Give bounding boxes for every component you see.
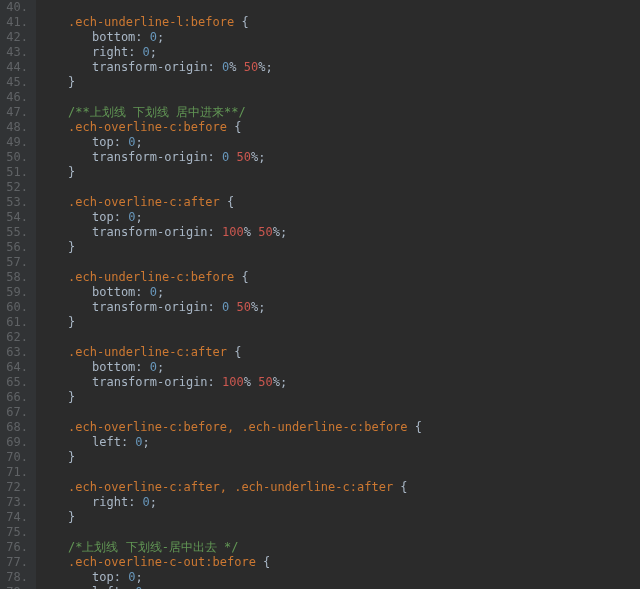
code-line[interactable]: .ech-underline-c:before { [44,270,422,285]
line-number-gutter: 40.41.42.43.44.45.46.47.48.49.50.51.52.5… [0,0,36,589]
code-line[interactable] [44,525,422,540]
code-line[interactable]: top: 0; [44,135,422,150]
code-line[interactable] [44,180,422,195]
code-line[interactable]: left: 0; [44,585,422,589]
line-number: 51. [4,165,28,180]
line-number: 44. [4,60,28,75]
line-number: 50. [4,150,28,165]
line-number: 54. [4,210,28,225]
code-line[interactable]: right: 0; [44,495,422,510]
code-line[interactable]: transform-origin: 0 50%; [44,150,422,165]
line-number: 65. [4,375,28,390]
code-line[interactable]: bottom: 0; [44,285,422,300]
code-line[interactable]: } [44,75,422,90]
line-number: 45. [4,75,28,90]
line-number: 71. [4,465,28,480]
line-number: 43. [4,45,28,60]
line-number: 74. [4,510,28,525]
line-number: 42. [4,30,28,45]
code-line[interactable]: } [44,390,422,405]
line-number: 61. [4,315,28,330]
line-number: 72. [4,480,28,495]
line-number: 69. [4,435,28,450]
code-line[interactable]: /**上划线 下划线 居中进来**/ [44,105,422,120]
code-line[interactable]: } [44,240,422,255]
line-number: 79. [4,585,28,589]
line-number: 40. [4,0,28,15]
code-line[interactable] [44,465,422,480]
line-number: 53. [4,195,28,210]
line-number: 49. [4,135,28,150]
code-line[interactable] [44,405,422,420]
line-number: 48. [4,120,28,135]
code-line[interactable]: transform-origin: 0 50%; [44,300,422,315]
code-content[interactable]: .ech-underline-l:before {bottom: 0;right… [36,0,422,589]
code-line[interactable]: bottom: 0; [44,360,422,375]
code-line[interactable]: .ech-overline-c:after { [44,195,422,210]
code-line[interactable] [44,0,422,15]
line-number: 64. [4,360,28,375]
line-number: 77. [4,555,28,570]
code-line[interactable]: .ech-underline-c:after { [44,345,422,360]
code-line[interactable]: left: 0; [44,435,422,450]
line-number: 68. [4,420,28,435]
line-number: 63. [4,345,28,360]
code-line[interactable]: top: 0; [44,210,422,225]
code-line[interactable]: /*上划线 下划线-居中出去 */ [44,540,422,555]
line-number: 60. [4,300,28,315]
line-number: 76. [4,540,28,555]
code-line[interactable]: .ech-underline-l:before { [44,15,422,30]
code-line[interactable] [44,255,422,270]
code-line[interactable]: } [44,450,422,465]
line-number: 41. [4,15,28,30]
code-line[interactable]: .ech-overline-c:after, .ech-underline-c:… [44,480,422,495]
line-number: 67. [4,405,28,420]
line-number: 66. [4,390,28,405]
code-editor: 40.41.42.43.44.45.46.47.48.49.50.51.52.5… [0,0,640,589]
line-number: 58. [4,270,28,285]
code-line[interactable]: right: 0; [44,45,422,60]
line-number: 46. [4,90,28,105]
code-line[interactable]: } [44,315,422,330]
code-line[interactable]: .ech-overline-c:before, .ech-underline-c… [44,420,422,435]
code-line[interactable]: } [44,165,422,180]
line-number: 59. [4,285,28,300]
code-line[interactable]: transform-origin: 100% 50%; [44,375,422,390]
code-line[interactable]: bottom: 0; [44,30,422,45]
line-number: 55. [4,225,28,240]
code-line[interactable]: transform-origin: 100% 50%; [44,225,422,240]
code-line[interactable]: } [44,510,422,525]
code-line[interactable]: .ech-overline-c:before { [44,120,422,135]
line-number: 78. [4,570,28,585]
line-number: 56. [4,240,28,255]
line-number: 52. [4,180,28,195]
line-number: 47. [4,105,28,120]
line-number: 57. [4,255,28,270]
code-line[interactable]: .ech-overline-c-out:before { [44,555,422,570]
line-number: 75. [4,525,28,540]
code-line[interactable] [44,330,422,345]
line-number: 62. [4,330,28,345]
line-number: 73. [4,495,28,510]
line-number: 70. [4,450,28,465]
code-line[interactable]: transform-origin: 0% 50%; [44,60,422,75]
code-line[interactable] [44,90,422,105]
code-line[interactable]: top: 0; [44,570,422,585]
